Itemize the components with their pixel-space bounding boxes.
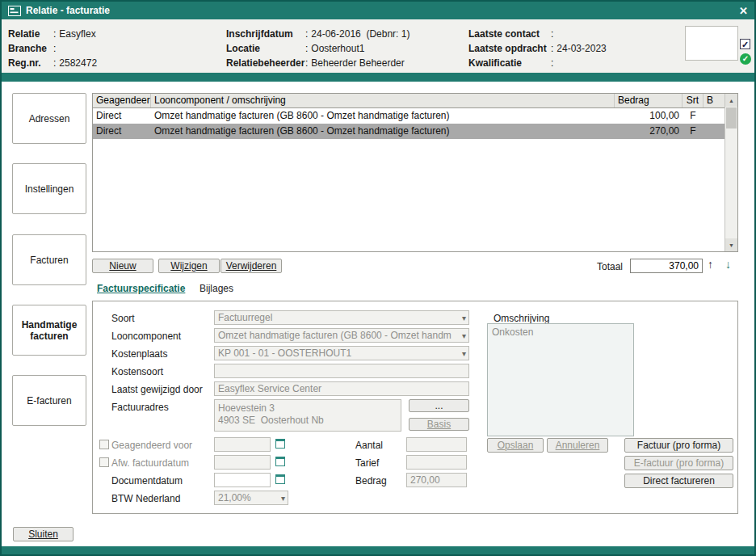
column-header-geagendeerd[interactable]: Geagendeerd: [93, 94, 151, 107]
move-up-icon[interactable]: ↑: [708, 258, 713, 271]
kostenplaats-value: KP 001 - 01 - OOSTERHOUT1: [218, 348, 351, 359]
laatste-opdracht-value: 24-03-2023: [556, 41, 606, 56]
regnr-value: 2582472: [59, 56, 97, 70]
sidebar-item-instellingen[interactable]: Instellingen: [12, 163, 86, 214]
laatste-contact-label: Laatste contact: [468, 27, 551, 41]
header-checkbox[interactable]: ✓: [740, 39, 750, 49]
status-ok-icon: ✓: [740, 53, 751, 65]
tarief-field[interactable]: [406, 455, 467, 470]
kostensoort-label: Kostensoort: [111, 366, 163, 377]
separator-band: [2, 73, 754, 82]
close-icon[interactable]: ✕: [739, 5, 748, 17]
annuleren-button[interactable]: Annuleren: [547, 438, 608, 453]
factuuradres-more-button[interactable]: ...: [409, 399, 469, 412]
tab-bijlages[interactable]: Bijlages: [200, 283, 233, 294]
column-header-srt[interactable]: Srt: [682, 94, 704, 107]
soort-select[interactable]: Factuurregel▾: [214, 310, 469, 325]
wijzigen-button[interactable]: Wijzigen: [158, 259, 220, 273]
chevron-down-icon: ▾: [281, 492, 285, 505]
colon: :: [551, 56, 556, 70]
factuuradres-field[interactable]: Hoevestein 3 4903 SE Oosterhout Nb: [214, 399, 401, 432]
verwijderen-button[interactable]: Verwijderen: [220, 259, 282, 273]
looncomponent-value: Omzet handmatige facturen (GB 8600 - Omz…: [218, 330, 452, 341]
cell-b: [704, 108, 724, 124]
tarief-label: Tarief: [355, 457, 379, 469]
geagendeerd-voor-field[interactable]: [214, 437, 271, 452]
chevron-down-icon: ▾: [462, 330, 466, 343]
colon: :: [305, 41, 311, 56]
bedrag-field[interactable]: 270,00: [406, 473, 467, 487]
looncomponent-select[interactable]: Omzet handmatige facturen (GB 8600 - Omz…: [214, 328, 469, 343]
opslaan-button[interactable]: Opslaan: [487, 438, 544, 453]
factuurspecificatie-panel: Soort Factuurregel▾ Looncomponent Omzet …: [92, 301, 738, 514]
table-body: Direct Omzet handmatige facturen (GB 860…: [93, 108, 724, 251]
relatiebeheerder-label: Relatiebeheerder: [226, 56, 305, 70]
title-bar: Relatie - facturatie ✕: [2, 2, 754, 19]
calendar-icon[interactable]: [275, 474, 285, 484]
column-header-bedrag[interactable]: Bedrag: [615, 94, 682, 107]
laatst-gewijzigd-field[interactable]: Easyflex Service Center: [214, 381, 469, 396]
sidebar-item-facturen[interactable]: Facturen: [12, 234, 86, 285]
scrollbar-thumb[interactable]: [726, 107, 737, 128]
header-col-left: Relatie:Easyflex Branche: Reg.nr.:258247…: [8, 27, 97, 70]
table-row-selected[interactable]: Direct Omzet handmatige facturen (GB 860…: [93, 124, 724, 139]
kostenplaats-label: Kostenplaats: [111, 348, 167, 360]
kostensoort-field[interactable]: [214, 364, 469, 378]
basis-button[interactable]: Basis: [409, 418, 469, 431]
factuur-pro-forma-button[interactable]: Factuur (pro forma): [624, 438, 733, 453]
afw-factuurdatum-checkbox[interactable]: [99, 457, 109, 467]
regnr-label: Reg.nr.: [8, 56, 53, 70]
column-header-looncomponent[interactable]: Looncomponent / omschrijving: [151, 94, 615, 107]
scroll-down-icon[interactable]: ▼: [725, 238, 737, 251]
soort-label: Soort: [111, 313, 135, 324]
column-header-b[interactable]: B: [704, 94, 724, 107]
chevron-down-icon: ▾: [462, 348, 466, 360]
branche-label: Branche: [8, 41, 53, 56]
documentdatum-field[interactable]: [214, 473, 271, 487]
cell-geagendeerd: Direct: [93, 108, 151, 124]
e-factuur-pro-forma-button[interactable]: E-factuur (pro forma): [624, 456, 733, 470]
omschrijving-label: Omschrijving: [494, 313, 549, 324]
cell-omschrijving: Omzet handmatige facturen (GB 8600 - Omz…: [151, 124, 615, 139]
aantal-field[interactable]: [406, 437, 467, 452]
table-row[interactable]: Direct Omzet handmatige facturen (GB 860…: [93, 108, 724, 124]
cell-bedrag: 100,00: [615, 108, 682, 124]
tab-factuurspecificatie[interactable]: Factuurspecificatie: [97, 283, 185, 294]
move-down-icon[interactable]: ↓: [725, 258, 731, 271]
sidebar-item-e-facturen[interactable]: E-facturen: [12, 375, 86, 426]
kostenplaats-select[interactable]: KP 001 - 01 - OOSTERHOUT1▾: [214, 346, 469, 360]
relatiebeheerder-value: Beheerder Beheerder: [311, 56, 404, 70]
nieuw-button[interactable]: Nieuw: [92, 259, 153, 273]
colon: :: [53, 56, 59, 70]
relation-card-icon: [8, 6, 21, 16]
cell-srt: F: [682, 108, 704, 124]
afw-factuurdatum-label: Afw. factuurdatum: [111, 457, 189, 469]
sidebar-item-handmatige-facturen[interactable]: Handmatige facturen: [12, 305, 86, 356]
btw-select[interactable]: 21,00%▾: [214, 491, 288, 505]
photo-placeholder: [685, 26, 738, 61]
bedrag-label: Bedrag: [355, 475, 387, 486]
laatst-gewijzigd-label: Laatst gewijzigd door: [111, 384, 203, 395]
totaal-value-field[interactable]: 370,00: [630, 259, 703, 273]
totaal-label: Totaal: [597, 261, 623, 272]
omschrijving-textarea[interactable]: Onkosten: [487, 323, 634, 436]
aantal-label: Aantal: [355, 440, 383, 451]
calendar-icon[interactable]: [275, 439, 285, 449]
cell-srt: F: [682, 124, 704, 139]
direct-factureren-button[interactable]: Direct factureren: [624, 474, 733, 488]
header-col-right: Laatste contact: Laatste opdracht:24-03-…: [468, 27, 607, 70]
calendar-icon[interactable]: [275, 457, 285, 466]
afw-factuurdatum-field[interactable]: [214, 455, 271, 470]
cell-bedrag: 270,00: [615, 124, 682, 139]
colon: :: [551, 27, 556, 41]
cell-b: [704, 124, 724, 139]
table-scrollbar[interactable]: ▲ ▼: [724, 94, 737, 251]
documentdatum-label: Documentdatum: [111, 475, 183, 486]
scroll-up-icon[interactable]: ▲: [725, 94, 737, 107]
bottom-band: [2, 546, 754, 554]
geagendeerd-voor-checkbox[interactable]: [99, 440, 109, 449]
sluiten-button[interactable]: Sluiten: [13, 527, 74, 541]
factuuradres-label: Factuuradres: [111, 402, 169, 413]
sidebar-item-adressen[interactable]: Adressen: [12, 93, 86, 144]
window-title: Relatie - facturatie: [26, 5, 110, 16]
